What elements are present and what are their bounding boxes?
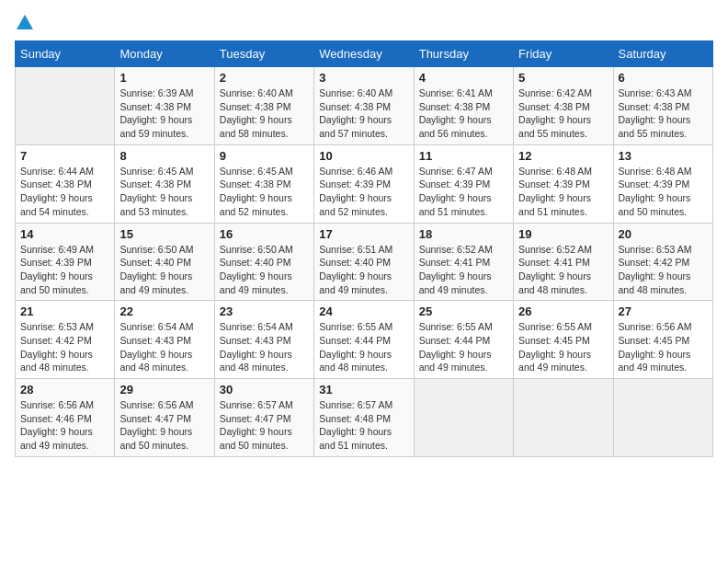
day-info: Sunrise: 6:54 AM Sunset: 4:43 PM Dayligh… [119,320,209,374]
day-info: Sunrise: 6:49 AM Sunset: 4:39 PM Dayligh… [20,243,109,297]
calendar-cell: 10Sunrise: 6:46 AM Sunset: 4:39 PM Dayli… [314,144,414,223]
day-number: 22 [119,304,209,318]
calendar-cell: 27Sunrise: 6:56 AM Sunset: 4:45 PM Dayli… [613,301,712,379]
day-number: 11 [419,149,508,163]
calendar-cell: 23Sunrise: 6:54 AM Sunset: 4:43 PM Dayli… [214,301,313,379]
day-info: Sunrise: 6:55 AM Sunset: 4:44 PM Dayligh… [419,320,508,374]
day-number: 29 [119,383,209,396]
day-info: Sunrise: 6:40 AM Sunset: 4:38 PM Dayligh… [220,86,309,141]
calendar-cell: 26Sunrise: 6:55 AM Sunset: 4:45 PM Dayli… [514,301,613,379]
calendar-cell [514,379,613,457]
day-number: 7 [20,149,109,163]
day-info: Sunrise: 6:42 AM Sunset: 4:38 PM Dayligh… [518,86,608,141]
day-number: 24 [319,304,408,318]
day-number: 12 [518,149,608,163]
day-info: Sunrise: 6:56 AM Sunset: 4:47 PM Dayligh… [119,398,209,453]
day-info: Sunrise: 6:41 AM Sunset: 4:38 PM Dayligh… [419,86,508,141]
calendar-cell: 6Sunrise: 6:43 AM Sunset: 4:38 PM Daylig… [613,67,712,145]
calendar-cell: 19Sunrise: 6:52 AM Sunset: 4:41 PM Dayli… [514,223,613,301]
svg-marker-0 [17,15,33,29]
calendar-week-1: 1Sunrise: 6:39 AM Sunset: 4:38 PM Daylig… [16,67,713,145]
calendar-cell: 16Sunrise: 6:50 AM Sunset: 4:40 PM Dayli… [214,223,313,301]
day-number: 27 [619,304,708,318]
calendar-cell: 8Sunrise: 6:45 AM Sunset: 4:38 PM Daylig… [115,144,214,223]
day-info: Sunrise: 6:56 AM Sunset: 4:46 PM Dayligh… [20,398,109,453]
logo-icon [17,15,33,29]
day-info: Sunrise: 6:48 AM Sunset: 4:39 PM Dayligh… [518,165,608,219]
day-info: Sunrise: 6:52 AM Sunset: 4:41 PM Dayligh… [518,243,608,297]
day-number: 28 [20,383,109,396]
day-number: 19 [518,227,608,241]
calendar-cell: 29Sunrise: 6:56 AM Sunset: 4:47 PM Dayli… [115,379,214,457]
day-number: 15 [119,227,209,241]
calendar-cell: 31Sunrise: 6:57 AM Sunset: 4:48 PM Dayli… [314,379,414,457]
header-friday: Friday [514,41,613,67]
calendar-table: SundayMondayTuesdayWednesdayThursdayFrid… [15,40,713,457]
day-info: Sunrise: 6:55 AM Sunset: 4:44 PM Dayligh… [319,320,408,374]
calendar-week-5: 28Sunrise: 6:56 AM Sunset: 4:46 PM Dayli… [16,379,713,457]
calendar-cell: 18Sunrise: 6:52 AM Sunset: 4:41 PM Dayli… [414,223,513,301]
day-number: 18 [419,227,508,241]
calendar-cell: 20Sunrise: 6:53 AM Sunset: 4:42 PM Dayli… [613,223,712,301]
day-info: Sunrise: 6:45 AM Sunset: 4:38 PM Dayligh… [119,165,209,219]
day-info: Sunrise: 6:47 AM Sunset: 4:39 PM Dayligh… [419,165,508,219]
day-number: 2 [220,71,309,85]
calendar-cell: 14Sunrise: 6:49 AM Sunset: 4:39 PM Dayli… [16,223,115,301]
calendar-cell [613,379,712,457]
header-thursday: Thursday [414,41,513,67]
calendar-cell: 21Sunrise: 6:53 AM Sunset: 4:42 PM Dayli… [16,301,115,379]
day-number: 21 [20,304,109,318]
calendar-cell: 1Sunrise: 6:39 AM Sunset: 4:38 PM Daylig… [115,67,214,145]
day-number: 1 [119,71,209,85]
calendar-cell: 7Sunrise: 6:44 AM Sunset: 4:38 PM Daylig… [16,144,115,223]
day-info: Sunrise: 6:44 AM Sunset: 4:38 PM Dayligh… [20,165,109,219]
calendar-cell: 2Sunrise: 6:40 AM Sunset: 4:38 PM Daylig… [214,67,313,145]
day-info: Sunrise: 6:48 AM Sunset: 4:39 PM Dayligh… [619,165,708,219]
day-info: Sunrise: 6:57 AM Sunset: 4:47 PM Dayligh… [220,398,309,453]
day-number: 23 [220,304,309,318]
day-number: 5 [518,71,608,85]
calendar-cell: 30Sunrise: 6:57 AM Sunset: 4:47 PM Dayli… [214,379,313,457]
calendar-cell: 12Sunrise: 6:48 AM Sunset: 4:39 PM Dayli… [514,144,613,223]
day-number: 13 [619,149,708,163]
calendar-cell: 28Sunrise: 6:56 AM Sunset: 4:46 PM Dayli… [16,379,115,457]
calendar-week-2: 7Sunrise: 6:44 AM Sunset: 4:38 PM Daylig… [16,144,713,223]
day-number: 8 [119,149,209,163]
calendar-cell: 15Sunrise: 6:50 AM Sunset: 4:40 PM Dayli… [115,223,214,301]
day-number: 30 [220,383,309,396]
calendar-cell: 11Sunrise: 6:47 AM Sunset: 4:39 PM Dayli… [414,144,513,223]
day-number: 20 [619,227,708,241]
day-number: 17 [319,227,408,241]
calendar-cell [414,379,513,457]
day-number: 16 [220,227,309,241]
day-info: Sunrise: 6:53 AM Sunset: 4:42 PM Dayligh… [20,320,109,374]
calendar-cell: 3Sunrise: 6:40 AM Sunset: 4:38 PM Daylig… [314,67,414,145]
calendar-cell: 13Sunrise: 6:48 AM Sunset: 4:39 PM Dayli… [613,144,712,223]
day-info: Sunrise: 6:51 AM Sunset: 4:40 PM Dayligh… [319,243,408,297]
day-number: 9 [220,149,309,163]
calendar-cell: 24Sunrise: 6:55 AM Sunset: 4:44 PM Dayli… [314,301,414,379]
day-number: 31 [319,383,408,396]
header-tuesday: Tuesday [214,41,313,67]
day-info: Sunrise: 6:46 AM Sunset: 4:39 PM Dayligh… [319,165,408,219]
day-number: 6 [619,71,708,85]
logo [15,15,33,33]
calendar-cell: 22Sunrise: 6:54 AM Sunset: 4:43 PM Dayli… [115,301,214,379]
calendar-cell: 17Sunrise: 6:51 AM Sunset: 4:40 PM Dayli… [314,223,414,301]
day-info: Sunrise: 6:56 AM Sunset: 4:45 PM Dayligh… [619,320,708,374]
day-number: 25 [419,304,508,318]
day-info: Sunrise: 6:40 AM Sunset: 4:38 PM Dayligh… [319,86,408,141]
calendar-cell: 4Sunrise: 6:41 AM Sunset: 4:38 PM Daylig… [414,67,513,145]
day-number: 14 [20,227,109,241]
calendar-week-4: 21Sunrise: 6:53 AM Sunset: 4:42 PM Dayli… [16,301,713,379]
day-info: Sunrise: 6:52 AM Sunset: 4:41 PM Dayligh… [419,243,508,297]
header-sunday: Sunday [16,41,115,67]
header-monday: Monday [115,41,214,67]
day-info: Sunrise: 6:50 AM Sunset: 4:40 PM Dayligh… [119,243,209,297]
calendar-week-3: 14Sunrise: 6:49 AM Sunset: 4:39 PM Dayli… [16,223,713,301]
header-wednesday: Wednesday [314,41,414,67]
day-info: Sunrise: 6:57 AM Sunset: 4:48 PM Dayligh… [319,398,408,453]
calendar-cell [16,67,115,145]
day-info: Sunrise: 6:54 AM Sunset: 4:43 PM Dayligh… [220,320,309,374]
calendar-header-row: SundayMondayTuesdayWednesdayThursdayFrid… [16,41,713,67]
